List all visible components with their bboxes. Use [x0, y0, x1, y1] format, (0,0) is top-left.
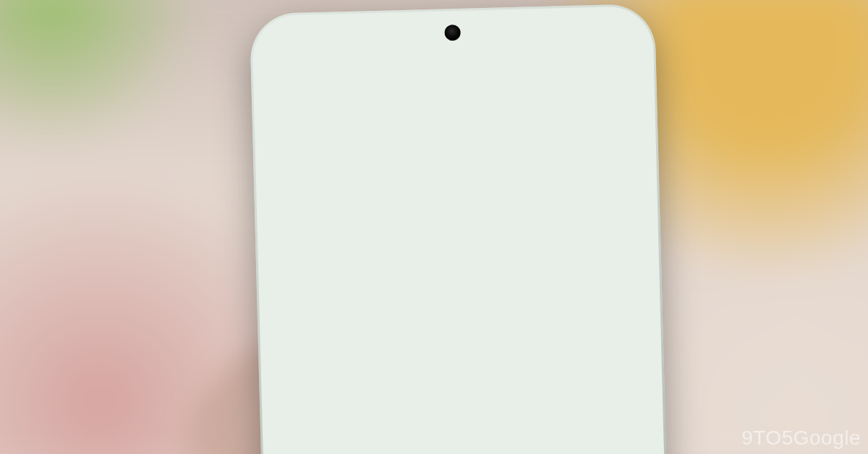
wifi-icon [545, 43, 558, 53]
list-item-title: Memory [299, 282, 619, 307]
cellular-icon [562, 43, 574, 53]
list-item-bug-report-handler[interactable]: Bug report handler Android System [284, 369, 640, 437]
phone-bezel: 15:03 [256, 10, 670, 454]
phone-body: 15:03 [250, 4, 676, 454]
front-camera-cutout [444, 25, 461, 41]
arrow-back-icon [293, 85, 311, 106]
mute-icon [529, 43, 540, 54]
back-button[interactable] [286, 81, 316, 111]
list-item-title: Bug report handler [302, 382, 622, 408]
status-indicators: 54% [529, 40, 613, 55]
svg-rect-3 [579, 42, 586, 53]
list-item-memory[interactable]: Memory Memory profiling disabled [281, 269, 637, 336]
battery-percent: 54% [591, 40, 613, 53]
svg-line-7 [603, 89, 607, 93]
svg-rect-4 [580, 47, 585, 52]
page-title: Developer options [273, 108, 639, 203]
top-app-bar [272, 57, 637, 117]
svg-line-1 [537, 46, 540, 50]
use-developer-options-toggle-row[interactable]: Use developer options [293, 194, 623, 257]
list-item-title: Bug report [301, 340, 621, 365]
svg-rect-2 [581, 40, 584, 42]
status-time: 15:03 [296, 48, 326, 61]
search-icon [592, 78, 610, 99]
list-item-bug-report[interactable]: Bug report [284, 327, 639, 379]
watermark-logo: 9TO5Google [741, 427, 861, 450]
phone-screen: 15:03 [271, 25, 655, 454]
master-toggle-switch[interactable] [563, 210, 605, 234]
settings-list: Memory Memory profiling disabled Bug rep… [277, 249, 644, 437]
svg-line-0 [537, 46, 540, 50]
battery-icon [578, 40, 587, 53]
search-button[interactable] [586, 73, 616, 103]
list-item-subtitle: Android System [302, 402, 622, 423]
list-item-subtitle: Memory profiling disabled [300, 301, 620, 322]
svg-point-6 [595, 81, 604, 90]
master-toggle-label: Use developer options [313, 217, 465, 238]
